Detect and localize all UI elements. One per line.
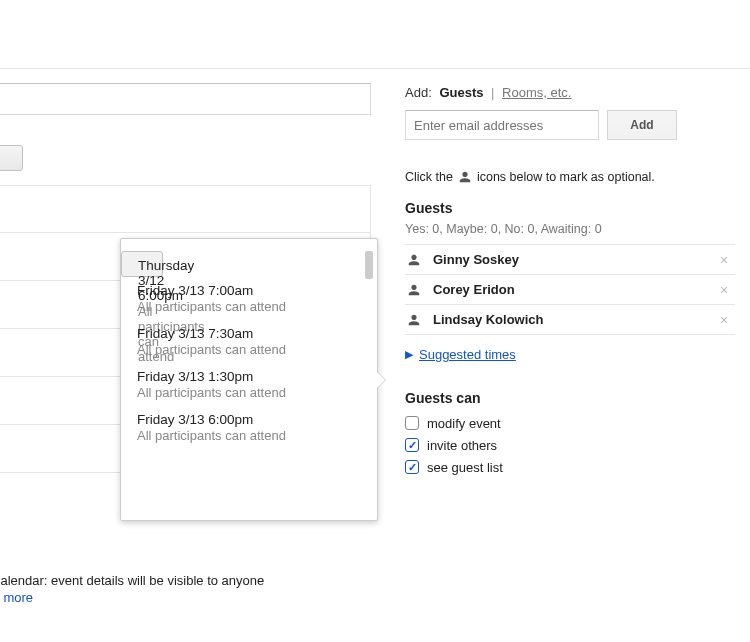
permission-row: invite others [405,434,735,456]
visibility-note: is calendar: event details will be visib… [0,572,411,607]
suggested-time-item[interactable]: Friday 3/13 7:00amAll participants can a… [121,277,377,320]
guest-row: Corey Eridon× [405,275,735,305]
permission-row: modify event [405,412,735,434]
guests-can-list: modify eventinvite otherssee guest list [405,412,735,478]
form-row[interactable] [0,185,371,233]
tab-guests[interactable]: Guests [439,85,483,100]
suggested-time-sub: All participants can attend [137,428,357,443]
permission-label: see guest list [427,460,503,475]
remove-guest-icon[interactable]: × [713,252,735,268]
suggested-times-link[interactable]: Suggested times [419,347,516,362]
guest-row: Lindsay Kolowich× [405,305,735,335]
optional-hint-suffix: icons below to mark as optional. [477,170,655,184]
guest-name: Corey Eridon [433,282,713,297]
suggested-time-sub: All participants can attend [137,385,357,400]
permission-checkbox[interactable] [405,460,419,474]
divider [0,68,750,69]
optional-hint: Click the icons below to mark as optiona… [405,170,735,184]
event-title-input[interactable] [0,83,371,115]
caret-right-icon: ▶ [405,348,413,361]
permission-label: invite others [427,438,497,453]
remove-guest-icon[interactable]: × [713,312,735,328]
person-icon[interactable] [405,283,433,297]
suggested-time-label: Friday 3/13 7:00am [137,283,357,298]
suggested-time-item[interactable]: Thursday 3/12 6:00pmAll participants can… [121,251,163,277]
guest-row: Ginny Soskey× [405,245,735,275]
add-guest-button[interactable]: Add [607,110,677,140]
suggested-time-sub: All participants can attend [137,299,357,314]
guests-can-title: Guests can [405,390,735,406]
person-icon[interactable] [405,313,433,327]
suggested-times-popover: Thursday 3/12 6:00pmAll participants can… [120,238,378,521]
permission-row: see guest list [405,456,735,478]
guest-name: Ginny Soskey [433,252,713,267]
learn-more-link[interactable]: arn more [0,590,33,605]
tab-rooms[interactable]: Rooms, etc. [502,85,571,100]
suggested-time-item[interactable]: Friday 3/13 1:30pmAll participants can a… [121,363,377,406]
add-tabs: Add: Guests | Rooms, etc. [405,85,735,100]
permission-checkbox[interactable] [405,438,419,452]
person-icon [458,170,472,184]
dropdown-unknown[interactable] [0,145,23,171]
guest-name: Lindsay Kolowich [433,312,713,327]
remove-guest-icon[interactable]: × [713,282,735,298]
suggested-time-label: Friday 3/13 7:30am [137,326,357,341]
suggested-time-item[interactable]: Friday 3/13 7:30amAll participants can a… [121,320,377,363]
suggested-time-item[interactable]: Friday 3/13 6:00pmAll participants can a… [121,406,377,449]
permission-checkbox[interactable] [405,416,419,430]
suggested-time-label: Friday 3/13 6:00pm [137,412,357,427]
suggested-time-label: Friday 3/13 1:30pm [137,369,357,384]
scrollbar-thumb[interactable] [365,251,373,279]
person-icon[interactable] [405,253,433,267]
optional-hint-prefix: Click the [405,170,453,184]
guest-email-input[interactable] [405,110,599,140]
guest-list: Ginny Soskey×Corey Eridon×Lindsay Kolowi… [405,244,735,335]
right-column: Add: Guests | Rooms, etc. Add Click the … [405,85,735,478]
suggested-time-sub: All participants can attend [137,342,357,357]
add-label: Add: [405,85,432,100]
permission-label: modify event [427,416,501,431]
tab-separator: | [491,85,494,100]
guests-counts: Yes: 0, Maybe: 0, No: 0, Awaiting: 0 [405,222,735,236]
visibility-note-text: is calendar: event details will be visib… [0,573,264,588]
guests-title: Guests [405,200,735,216]
